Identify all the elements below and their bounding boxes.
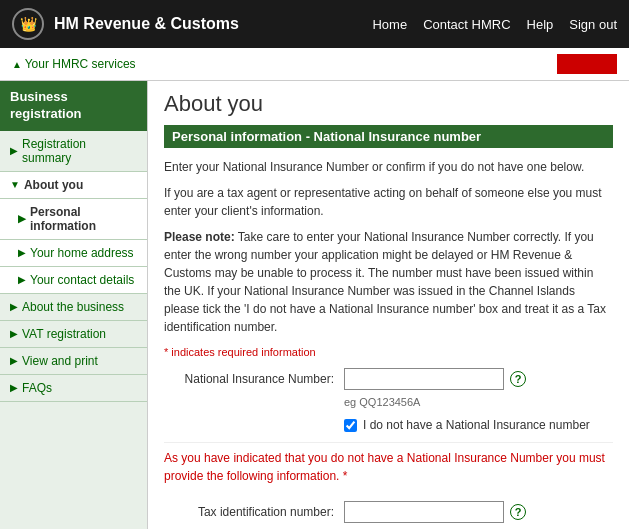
no-ni-label[interactable]: I do not have a National Insurance numbe… [363,418,590,432]
bullet-icon: ▶ [18,247,26,258]
content-area: About you Personal information - Nationa… [148,81,629,529]
sidebar-item-about-you[interactable]: ▼ About you [0,172,147,199]
sidebar-item-personal-info[interactable]: ▶ Personal information [0,199,147,240]
home-link[interactable]: Home [372,17,407,32]
ni-number-field: ? eg QQ123456A [344,368,526,408]
sidebar: Business registration ▶ Registration sum… [0,81,148,529]
services-bar-right [557,54,617,74]
chevron-right-icon: ▶ [10,355,18,366]
ni-input-row: ? [344,368,526,390]
sidebar-item-faqs[interactable]: ▶ FAQs [0,375,147,402]
chevron-right-icon: ▶ [10,301,18,312]
required-note-text: indicates required information [171,346,315,358]
sidebar-item-about-business[interactable]: ▶ About the business [0,294,147,321]
header-left: 👑 HM Revenue & Customs [12,8,239,40]
your-hmrc-services-link[interactable]: Your HMRC services [12,57,136,71]
no-ni-checkbox-row: I do not have a National Insurance numbe… [344,418,613,432]
ni-number-input[interactable] [344,368,504,390]
chevron-right-icon: ▶ [10,382,18,393]
chevron-down-icon: ▼ [10,179,20,190]
tax-id-input[interactable] [344,501,504,523]
description2: If you are a tax agent or representative… [164,184,613,220]
header-title: HM Revenue & Customs [54,15,239,33]
please-note: Please note: Take care to enter your Nat… [164,228,613,336]
ni-help-icon[interactable]: ? [510,371,526,387]
ni-number-row: National Insurance Number: ? eg QQ123456… [164,368,613,408]
tax-id-label: Tax identification number: [164,501,344,523]
chevron-right-icon: ▶ [10,328,18,339]
tax-id-field: ? [344,501,526,523]
sidebar-heading: Business registration [0,81,147,131]
info-text: As you have indicated that you do not ha… [164,451,605,483]
main-layout: Business registration ▶ Registration sum… [0,81,629,529]
please-note-text: Take care to enter your National Insuran… [164,230,606,334]
page-title: About you [164,91,613,117]
bullet-icon: ▶ [18,274,26,285]
no-ni-checkbox[interactable] [344,419,357,432]
sidebar-item-view-print[interactable]: ▶ View and print [0,348,147,375]
tax-id-input-row: ? [344,501,526,523]
contact-link[interactable]: Contact HMRC [423,17,510,32]
please-note-label: Please note: [164,230,235,244]
chevron-right-icon: ▶ [10,145,18,156]
sidebar-item-contact-details[interactable]: ▶ Your contact details [0,267,147,294]
section-header: Personal information - National Insuranc… [164,125,613,148]
description1: Enter your National Insurance Number or … [164,158,613,176]
tax-id-row: Tax identification number: ? [164,501,613,523]
services-bar: Your HMRC services [0,48,629,81]
bullet-icon: ▶ [18,213,26,224]
crown-logo: 👑 [12,8,44,40]
ni-number-label: National Insurance Number: [164,368,344,390]
info-box: As you have indicated that you do not ha… [164,442,613,489]
required-note: * indicates required information [164,346,613,358]
signout-link[interactable]: Sign out [569,17,617,32]
help-link[interactable]: Help [527,17,554,32]
header-nav: Home Contact HMRC Help Sign out [372,17,617,32]
sidebar-item-vat-reg[interactable]: ▶ VAT registration [0,321,147,348]
sidebar-item-home-address[interactable]: ▶ Your home address [0,240,147,267]
header: 👑 HM Revenue & Customs Home Contact HMRC… [0,0,629,48]
ni-hint: eg QQ123456A [344,396,420,408]
tax-id-help-icon[interactable]: ? [510,504,526,520]
sidebar-item-reg-summary[interactable]: ▶ Registration summary [0,131,147,172]
